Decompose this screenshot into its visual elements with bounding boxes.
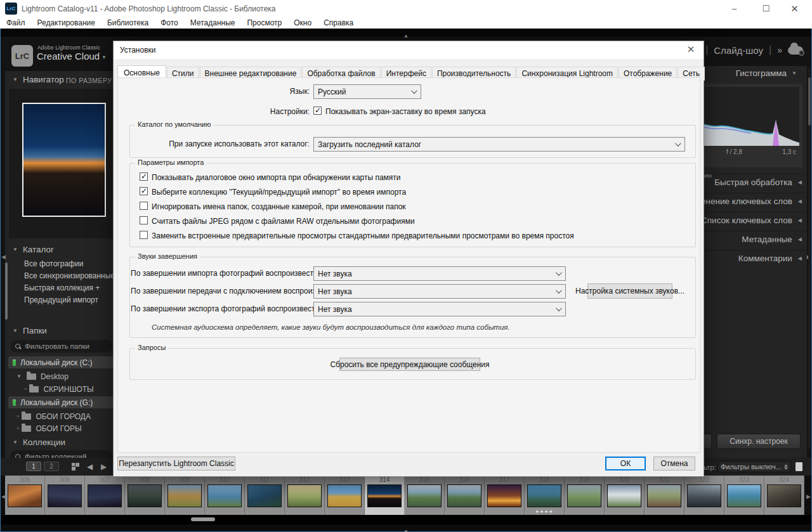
bottom-panel-collapse-strip[interactable]: ▼ bbox=[1, 524, 811, 531]
dialog-close-icon[interactable]: ✕ bbox=[684, 44, 697, 55]
grid-view-icon[interactable] bbox=[72, 463, 79, 470]
filmstrip-thumbnail[interactable] bbox=[207, 484, 242, 507]
catalog-header[interactable]: ▼ Каталог bbox=[5, 242, 117, 256]
filmstrip-thumbnail[interactable] bbox=[647, 484, 681, 507]
collapse-up-icon[interactable]: ▲ bbox=[403, 33, 409, 39]
volume-g-row[interactable]: Локальный диск (G:) bbox=[8, 396, 115, 408]
panel-keyword-list[interactable]: Список ключевых слов ◀ bbox=[688, 212, 807, 228]
filmstrip-thumbnail[interactable] bbox=[8, 484, 42, 507]
menu-photo[interactable]: Фото bbox=[160, 18, 178, 27]
menu-library[interactable]: Библиотека bbox=[107, 18, 148, 27]
cloud-sync-icon[interactable] bbox=[788, 46, 803, 55]
right-scrollbar-thumb[interactable] bbox=[808, 77, 811, 126]
panel-metadata[interactable]: Метаданные ◀ bbox=[688, 231, 807, 247]
menu-view[interactable]: Просмотр bbox=[247, 18, 282, 27]
export-sound-dropdown[interactable]: Нет звука bbox=[313, 302, 566, 316]
menu-help[interactable]: Справка bbox=[324, 18, 353, 27]
catalog-all-synced[interactable]: Все синхронизированные... bbox=[5, 269, 117, 282]
filmstrip-cell[interactable]: 319 bbox=[565, 476, 605, 515]
menu-edit[interactable]: Редактирование bbox=[37, 18, 95, 27]
navigator-header[interactable]: ▼ Навигатор ПО РАЗМЕРУ bbox=[5, 72, 117, 86]
filmstrip-scrollbar-thumb[interactable] bbox=[191, 517, 215, 521]
filmstrip-cell[interactable]: 315 bbox=[405, 476, 445, 515]
filter-collections-input[interactable]: Фильтр коллекций bbox=[10, 450, 113, 458]
filmstrip-thumbnail[interactable] bbox=[447, 484, 481, 507]
right-scrollbar-track[interactable] bbox=[808, 68, 811, 449]
startup-catalog-dropdown[interactable]: Загрузить последний каталог bbox=[313, 137, 685, 152]
folders-header[interactable]: ▼ Папки bbox=[5, 323, 117, 337]
filmstrip-cell[interactable]: 308 bbox=[125, 476, 165, 515]
import-option-checkbox[interactable] bbox=[140, 216, 148, 224]
module-slideshow[interactable]: Слайд-шоу bbox=[714, 45, 763, 56]
filmstrip-cell[interactable]: 306 bbox=[45, 476, 85, 515]
filmstrip-cell[interactable]: 313 bbox=[325, 476, 365, 515]
cancel-button[interactable]: Отмена bbox=[653, 457, 695, 470]
folder-row-oboi-goroda[interactable]: » ОБОИ ГОРОДА bbox=[5, 410, 117, 422]
filmstrip-scroll-left-icon[interactable]: ◀ bbox=[1, 493, 6, 500]
filmstrip-thumbnail[interactable] bbox=[487, 484, 521, 507]
left-panel-collapse-icon[interactable]: ◀ bbox=[1, 254, 6, 260]
folder-row-screenshots[interactable]: » СКРИНШОТЫ bbox=[5, 383, 117, 395]
panel-comments[interactable]: Комментарии ◀ bbox=[688, 250, 807, 266]
filmstrip-cell[interactable]: 324 bbox=[764, 476, 804, 515]
catalog-all-photos[interactable]: Все фотографии bbox=[5, 257, 117, 269]
histogram-plot[interactable] bbox=[693, 87, 799, 146]
filmstrip-cell[interactable]: 309 bbox=[165, 476, 205, 515]
filmstrip-thumbnail[interactable] bbox=[88, 484, 122, 507]
filmstrip-thumbnail[interactable] bbox=[527, 484, 561, 507]
import-sound-dropdown[interactable]: Нет звука bbox=[313, 266, 566, 281]
menu-file[interactable]: Файл bbox=[6, 18, 25, 27]
collections-header[interactable]: ▼ Коллекции bbox=[5, 435, 117, 449]
filmstrip-thumbnail[interactable] bbox=[247, 484, 282, 507]
go-back-icon[interactable]: ◀ bbox=[87, 462, 93, 471]
catalog-previous-import[interactable]: Предыдущий импорт bbox=[5, 294, 117, 306]
minimize-button[interactable]: – bbox=[720, 0, 749, 17]
restart-lightroom-button[interactable]: Перезапустить Lightroom Classic bbox=[117, 457, 235, 470]
filmstrip-thumbnail[interactable] bbox=[727, 484, 761, 507]
folder-row-oboi-gory[interactable]: » ОБОИ ГОРЫ bbox=[5, 422, 117, 434]
filmstrip-cell[interactable]: 320 bbox=[605, 476, 645, 515]
filter-preset-dropdown[interactable]: Фильтры выключ... bbox=[717, 461, 791, 472]
filter-lock-icon[interactable] bbox=[796, 462, 802, 471]
top-panel-collapse-strip[interactable]: ▲ bbox=[1, 29, 811, 37]
panel-quick-develop[interactable]: Быстрая обработка ◀ bbox=[688, 174, 807, 190]
filmstrip-thumbnail[interactable] bbox=[367, 484, 402, 507]
filmstrip-cell[interactable]: 305 bbox=[5, 476, 45, 515]
ok-button[interactable]: ОК bbox=[605, 457, 646, 470]
second-window-button[interactable]: 2 bbox=[44, 462, 59, 471]
filmstrip-thumbnail[interactable] bbox=[287, 484, 322, 507]
filmstrip-cell[interactable]: 316 bbox=[445, 476, 485, 515]
filmstrip-cell[interactable]: 322 bbox=[684, 476, 724, 515]
panel-keywording[interactable]: Применение ключевых слов ◀ bbox=[688, 193, 807, 209]
volume-c-row[interactable]: Локальный диск (C:) bbox=[8, 356, 115, 368]
filter-folders-input[interactable]: Фильтровать папки bbox=[10, 340, 113, 353]
filmstrip-thumbnail[interactable] bbox=[567, 484, 601, 507]
filmstrip-scrollbar-track[interactable] bbox=[1, 515, 811, 524]
maximize-button[interactable]: ☐ bbox=[752, 0, 780, 17]
import-option-checkbox[interactable] bbox=[140, 172, 148, 181]
filmstrip-cell[interactable]: 311 bbox=[245, 476, 285, 515]
histogram-header[interactable]: Гистограмма ▼ bbox=[736, 68, 802, 78]
system-sounds-button[interactable]: Настройка системных звуков... bbox=[587, 283, 672, 299]
filmstrip-cell[interactable]: 310 bbox=[205, 476, 245, 515]
folder-row-desktop[interactable]: ▼ Desktop bbox=[5, 370, 117, 382]
navigator-zoom-fit[interactable]: ПО РАЗМЕРУ bbox=[66, 77, 112, 84]
filmstrip-thumbnail[interactable] bbox=[687, 484, 721, 507]
module-overflow-chevron[interactable]: » bbox=[777, 45, 782, 55]
filmstrip-thumbnail[interactable] bbox=[327, 484, 362, 507]
main-window-button[interactable]: 1 bbox=[26, 462, 41, 471]
reset-warnings-button[interactable]: Сбросить все предупреждающие сообщения bbox=[339, 358, 480, 371]
show-splash-checkbox[interactable] bbox=[313, 107, 322, 115]
catalog-quick-collection[interactable]: Быстрая коллекция + bbox=[5, 282, 117, 294]
filmstrip-cell[interactable]: 321 bbox=[645, 476, 684, 515]
language-dropdown[interactable]: Русский bbox=[313, 84, 421, 99]
sync-settings-button[interactable]: Синхр. настроек bbox=[717, 434, 801, 449]
collapse-down-icon[interactable]: ▼ bbox=[403, 529, 409, 532]
filmstrip-scroll-right-icon[interactable]: ▶ bbox=[806, 493, 811, 500]
filmstrip-thumbnail[interactable] bbox=[128, 484, 162, 507]
import-option-checkbox[interactable] bbox=[140, 187, 148, 195]
import-option-checkbox[interactable] bbox=[140, 202, 148, 210]
filmstrip-thumbnail[interactable] bbox=[767, 484, 801, 507]
filmstrip-cell[interactable]: 323 bbox=[724, 476, 764, 515]
import-option-checkbox[interactable] bbox=[140, 231, 148, 239]
